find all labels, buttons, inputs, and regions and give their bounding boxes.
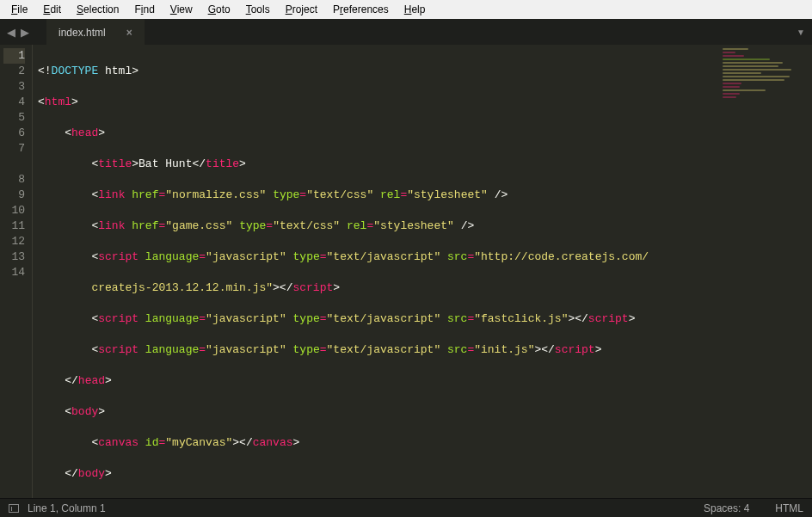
tabs-overflow-icon[interactable]: ▼ bbox=[797, 28, 805, 37]
menu-goto[interactable]: Goto bbox=[200, 2, 238, 17]
line-gutter: 1 2 3 4 5 6 7 8 9 10 11 12 13 14 bbox=[0, 45, 33, 498]
status-language[interactable]: HTML bbox=[775, 502, 803, 514]
line-number: 3 bbox=[3, 79, 25, 95]
line-number: 13 bbox=[3, 249, 25, 265]
line-number: 8 bbox=[3, 172, 25, 188]
nav-arrows: ◀ ▶ bbox=[7, 26, 29, 39]
menu-file[interactable]: File bbox=[3, 2, 35, 17]
menu-bar: File Edit Selection Find View Goto Tools… bbox=[0, 0, 812, 19]
menu-preferences[interactable]: Preferences bbox=[325, 2, 397, 17]
menu-project[interactable]: Project bbox=[278, 2, 325, 17]
menu-edit[interactable]: Edit bbox=[35, 2, 69, 17]
line-number: 5 bbox=[3, 110, 25, 126]
line-number: 6 bbox=[3, 126, 25, 141]
tab-close-icon[interactable]: × bbox=[126, 27, 132, 39]
menu-view[interactable]: View bbox=[163, 2, 200, 17]
line-number: 11 bbox=[3, 218, 25, 234]
tab-label: index.html bbox=[58, 27, 106, 39]
status-cursor-position[interactable]: Line 1, Column 1 bbox=[28, 502, 106, 514]
menu-find[interactable]: Find bbox=[126, 2, 162, 17]
line-number bbox=[3, 157, 25, 172]
editor: 1 2 3 4 5 6 7 8 9 10 11 12 13 14 <!DOCTY… bbox=[0, 45, 812, 498]
line-number: 9 bbox=[3, 188, 25, 203]
tab-index-html[interactable]: index.html × bbox=[46, 19, 145, 45]
line-number: 10 bbox=[3, 203, 25, 218]
line-number: 4 bbox=[3, 95, 25, 110]
status-indent[interactable]: Spaces: 4 bbox=[704, 502, 749, 514]
panel-switcher-icon[interactable] bbox=[9, 504, 19, 513]
menu-help[interactable]: Help bbox=[397, 2, 434, 17]
status-bar: Line 1, Column 1 Spaces: 4 HTML bbox=[0, 498, 812, 517]
line-number: 2 bbox=[3, 64, 25, 79]
nav-back-icon[interactable]: ◀ bbox=[7, 26, 15, 39]
line-number: 14 bbox=[3, 265, 25, 280]
nav-forward-icon[interactable]: ▶ bbox=[21, 26, 29, 39]
tab-bar: index.html × bbox=[46, 19, 145, 45]
menu-selection[interactable]: Selection bbox=[69, 2, 126, 17]
line-number: 7 bbox=[3, 141, 25, 157]
line-number: 12 bbox=[3, 234, 25, 249]
line-number: 1 bbox=[3, 48, 25, 64]
code-area[interactable]: <!DOCTYPE html> <html> <head> <title>Bat… bbox=[33, 45, 812, 498]
tab-row: ◀ ▶ index.html × ▼ bbox=[0, 19, 812, 45]
menu-tools[interactable]: Tools bbox=[238, 2, 278, 17]
